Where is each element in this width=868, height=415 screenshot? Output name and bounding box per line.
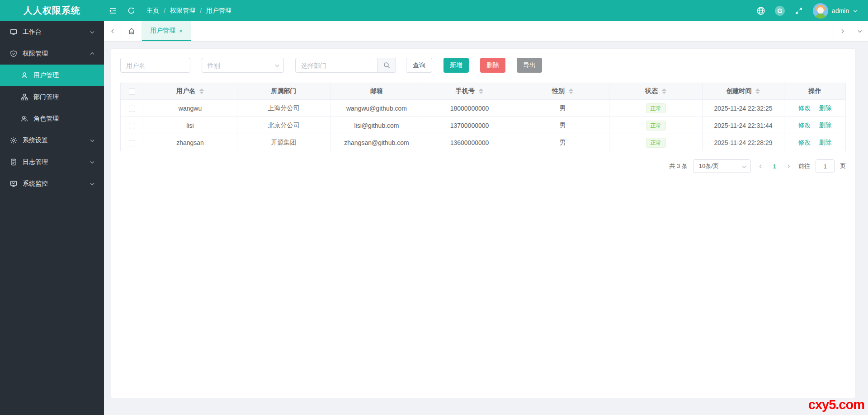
goto-label: 前往 (798, 162, 810, 170)
org-chart-icon (21, 93, 28, 101)
pagination: 共 3 条 1 前往 页 (120, 159, 846, 173)
row-checkbox[interactable] (129, 123, 135, 129)
cell-email: lisi@github.com (330, 117, 423, 134)
sort-icon[interactable] (479, 89, 483, 94)
dept-search-button[interactable] (377, 58, 396, 73)
gitee-link-button[interactable]: G (772, 0, 788, 21)
gitee-icon: G (775, 6, 785, 16)
cell-gender: 男 (516, 117, 609, 134)
edit-link[interactable]: 修改 (798, 104, 811, 112)
add-button[interactable]: 新增 (443, 58, 469, 73)
cell-username: lisi (143, 117, 237, 134)
cell-phone: 13600000000 (423, 134, 516, 151)
cell-created: 2025-11-24 22:28:29 (703, 134, 784, 151)
collapse-icon (109, 7, 117, 15)
sidebar-item-log-mgmt[interactable]: 日志管理 (0, 151, 104, 173)
chevron-down-icon (90, 181, 95, 187)
users-icon (21, 115, 28, 122)
cell-email: wangwu@github.com (330, 100, 423, 117)
tab-user-mgmt[interactable]: 用户管理 × (142, 21, 191, 41)
select-all-checkbox[interactable] (129, 89, 135, 95)
document-icon (10, 159, 17, 166)
monitor-icon (10, 180, 17, 187)
delete-link[interactable]: 删除 (819, 121, 831, 129)
table-row: zhangsan 开源集团 zhangsan@github.com 136000… (121, 134, 846, 151)
breadcrumb-home[interactable]: 主页 (146, 7, 159, 15)
home-icon (128, 28, 135, 35)
tabs-menu-button[interactable] (851, 21, 868, 41)
sidebar-item-role-mgmt[interactable]: 角色管理 (0, 108, 104, 130)
total-count-label: 共 3 条 (669, 162, 687, 170)
gender-filter-select[interactable] (202, 58, 284, 73)
delete-link[interactable]: 删除 (819, 104, 831, 112)
column-header-email: 邮箱 (330, 83, 423, 100)
sort-icon[interactable] (755, 89, 760, 94)
cell-phone: 13700000000 (423, 117, 516, 134)
sidebar-item-workbench[interactable]: 工作台 (0, 21, 104, 43)
sidebar-item-permission[interactable]: 权限管理 (0, 43, 104, 65)
user-icon (21, 72, 28, 79)
status-badge: 正常 (646, 103, 666, 113)
row-checkbox[interactable] (129, 140, 135, 146)
avatar (813, 3, 828, 19)
tabs-scroll-left-button[interactable] (104, 21, 121, 41)
column-header-status[interactable]: 状态 (609, 83, 703, 100)
tabs-scroll-right-button[interactable] (834, 21, 851, 41)
gender-select-input[interactable] (202, 58, 284, 73)
sidebar-item-user-mgmt[interactable]: 用户管理 (0, 65, 104, 86)
username-filter-input[interactable] (120, 58, 190, 73)
dept-filter-input[interactable] (295, 58, 377, 73)
row-checkbox[interactable] (129, 106, 135, 112)
cell-gender: 男 (516, 100, 609, 117)
status-badge: 正常 (646, 121, 666, 131)
cell-created: 2025-11-24 22:31:44 (703, 117, 784, 134)
column-header-gender[interactable]: 性别 (516, 83, 609, 100)
page-size-input[interactable] (693, 159, 751, 173)
edit-link[interactable]: 修改 (798, 139, 811, 146)
cell-email: zhangsan@github.com (330, 134, 423, 151)
query-button[interactable]: 查询 (406, 58, 432, 73)
cell-username: zhangsan (143, 134, 237, 151)
goto-page-input[interactable] (816, 159, 835, 173)
delete-link[interactable]: 删除 (819, 139, 831, 146)
sort-icon[interactable] (569, 89, 573, 94)
cell-gender: 男 (516, 134, 609, 151)
table-header-row: 用户名 所属部门 邮箱 手机号 性别 (121, 83, 846, 100)
chevron-down-icon (853, 8, 858, 14)
column-header-phone[interactable]: 手机号 (423, 83, 516, 100)
sort-icon[interactable] (662, 89, 666, 94)
user-menu[interactable]: admin (813, 3, 858, 19)
sidebar-collapse-button[interactable] (104, 0, 122, 21)
breadcrumb-section[interactable]: 权限管理 (170, 7, 195, 15)
sort-icon[interactable] (199, 89, 204, 94)
prev-page-button[interactable] (756, 164, 765, 169)
select-all-header[interactable] (121, 83, 143, 100)
status-badge: 正常 (646, 138, 666, 148)
search-icon (383, 62, 390, 69)
tab-close-icon[interactable]: × (179, 28, 183, 34)
filter-toolbar: 查询 新增 删除 导出 (120, 58, 846, 73)
monitor-icon (10, 28, 17, 36)
gear-icon (10, 137, 17, 144)
next-page-button[interactable] (784, 164, 793, 169)
table-row: wangwu 上海分公司 wangwu@github.com 180000000… (121, 100, 846, 117)
page-number-1[interactable]: 1 (770, 163, 779, 170)
edit-link[interactable]: 修改 (798, 121, 811, 129)
export-button[interactable]: 导出 (517, 58, 542, 73)
column-header-created[interactable]: 创建时间 (703, 83, 784, 100)
page-unit-label: 页 (840, 162, 846, 170)
home-tab-button[interactable] (121, 21, 142, 41)
sidebar-item-dept-mgmt[interactable]: 部门管理 (0, 86, 104, 108)
app-header: 人人权限系统 主页 / 权限管理 / 用户管理 G (0, 0, 868, 21)
fullscreen-button[interactable] (791, 0, 807, 21)
language-button[interactable] (753, 0, 769, 21)
page-size-select[interactable] (693, 159, 751, 173)
dept-filter-group (295, 58, 396, 73)
delete-button[interactable]: 删除 (480, 58, 505, 73)
refresh-button[interactable] (122, 0, 140, 21)
breadcrumb-current: 用户管理 (206, 7, 231, 15)
column-header-username[interactable]: 用户名 (143, 83, 237, 100)
globe-icon (756, 6, 765, 15)
sidebar-item-system-settings[interactable]: 系统设置 (0, 130, 104, 151)
sidebar-item-system-monitor[interactable]: 系统监控 (0, 173, 104, 195)
